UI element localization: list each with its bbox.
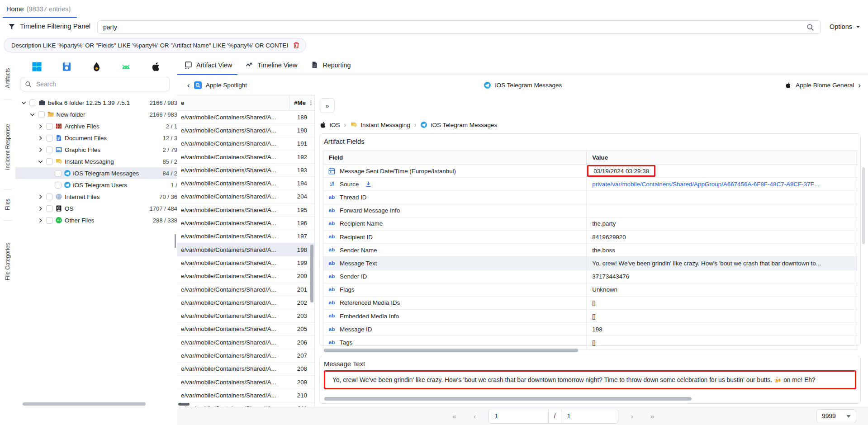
source-row[interactable]: e/var/mobile/Containers/Shared/A... 189: [177, 111, 314, 124]
search-input[interactable]: [98, 24, 800, 31]
download-icon[interactable]: [365, 181, 372, 188]
checkbox[interactable]: [46, 158, 53, 165]
message-id-column-header[interactable]: #Me: [289, 95, 314, 110]
source-row[interactable]: e/var/mobile/Containers/Shared/A... 203: [177, 309, 314, 322]
source-row[interactable]: e/var/mobile/Containers/Shared/A... 204: [177, 190, 314, 203]
tree-search-input[interactable]: [35, 80, 165, 88]
source-row[interactable]: e/var/mobile/Containers/Shared/A... 205: [177, 323, 314, 336]
field-row-sender-name[interactable]: abSender Name the.boss: [323, 244, 857, 257]
checkbox[interactable]: [46, 194, 53, 200]
tree-item-document-files[interactable]: Document Files 12 / 3: [15, 132, 177, 144]
next-page-button[interactable]: ›: [631, 413, 633, 420]
source-row[interactable]: e/var/mobile/Containers/Shared/A... 190: [177, 124, 314, 137]
field-row-message-id[interactable]: abMessage ID 198: [323, 323, 857, 336]
field-row-flags[interactable]: abFlags Unknown: [323, 283, 857, 297]
last-page-button[interactable]: »: [650, 413, 655, 420]
windows-filter-icon[interactable]: [32, 61, 42, 72]
source-row[interactable]: e/var/mobile/Containers/Shared/A... 196: [177, 217, 314, 230]
message-horizontal-scrollbar[interactable]: [324, 397, 692, 401]
source-row[interactable]: e/var/mobile/Containers/Shared/A... 209: [177, 376, 314, 389]
field-row-source[interactable]: ://Source private/var/mobile/Containers/…: [323, 178, 857, 191]
source-row[interactable]: e/var/mobile/Containers/Shared/A... 200: [177, 270, 314, 283]
tree-item-internet-files[interactable]: Internet Files 70 / 36: [15, 191, 177, 203]
fields-vertical-scrollbar[interactable]: [862, 167, 865, 244]
options-dropdown[interactable]: Options: [825, 20, 864, 33]
tree-horizontal-scrollbar[interactable]: [23, 402, 146, 406]
tree-item-belka-6-folder-12-25-1-39-7-5-1[interactable]: belka 6 folder 12.25 1.39 7.5.1 2166 / 9…: [15, 97, 177, 109]
value-column-header[interactable]: Value: [586, 151, 857, 164]
source-row[interactable]: e/var/mobile/Containers/Shared/A... 210: [177, 389, 314, 402]
breadcrumb-item-ios-telegram-messages[interactable]: iOS Telegram Messages: [420, 121, 497, 128]
previous-page-button[interactable]: ‹: [474, 413, 476, 420]
tree-item-ios-telegram-messages[interactable]: iOS Telegram Messages 84 / 2: [15, 167, 177, 179]
tree-item-other-files[interactable]: Other Files 288 / 338: [15, 214, 177, 226]
source-row[interactable]: e/var/mobile/Containers/Shared/A... 194: [177, 177, 314, 190]
source-column-header[interactable]: e: [177, 99, 289, 106]
checkbox[interactable]: [29, 99, 36, 106]
chevron-right-icon[interactable]: [37, 194, 44, 200]
source-row[interactable]: e/var/mobile/Containers/Shared/A... 208: [177, 363, 314, 376]
rail-tab-artifacts[interactable]: Artifacts: [0, 65, 15, 92]
source-row[interactable]: e/var/mobile/Containers/Shared/A... 195: [177, 203, 314, 217]
tab-reporting[interactable]: Reporting: [311, 55, 351, 75]
source-row[interactable]: e/var/mobile/Containers/Shared/A... 202: [177, 296, 314, 309]
android-filter-icon[interactable]: [121, 61, 131, 72]
tree-item-os[interactable]: OS 1707 / 484: [15, 203, 177, 214]
chevron-right-icon[interactable]: [37, 217, 44, 224]
rail-tab-incident-response[interactable]: Incident Response: [0, 109, 15, 185]
source-row[interactable]: e/var/mobile/Containers/Shared/A... 211: [177, 402, 314, 407]
checkbox[interactable]: [46, 135, 53, 142]
checkbox[interactable]: [55, 170, 62, 177]
source-row[interactable]: e/var/mobile/Containers/Shared/A... 193: [177, 164, 314, 177]
tab-timeline-view[interactable]: Timeline View: [246, 55, 297, 75]
source-path-link[interactable]: private/var/mobile/Containers/Shared/App…: [592, 181, 819, 188]
field-row-tags[interactable]: abTags []: [323, 336, 857, 349]
chevron-right-icon[interactable]: [37, 205, 44, 212]
field-row-forward-message-info[interactable]: abForward Message Info: [323, 204, 857, 217]
filter-chip[interactable]: Description LIKE '%party%' OR "Fields" L…: [4, 38, 306, 52]
field-row-sender-id[interactable]: abSender ID 37173443476: [323, 270, 857, 283]
field-row-recipient-name[interactable]: abRecipient Name the.party: [323, 217, 857, 231]
tab-artifact-view[interactable]: Artifact View: [185, 55, 232, 75]
checkbox[interactable]: [46, 123, 53, 130]
field-row-message-text[interactable]: abMessage Text Yo, crew! We've been grin…: [323, 257, 857, 270]
tab-home[interactable]: Home (98337 entries): [3, 0, 77, 18]
rail-tab-files[interactable]: Files: [0, 195, 15, 214]
source-row[interactable]: e/var/mobile/Containers/Shared/A... 191: [177, 137, 314, 151]
checkbox[interactable]: [46, 205, 53, 212]
disk-filter-icon[interactable]: [62, 61, 72, 72]
chevron-right-icon[interactable]: [37, 146, 44, 153]
tree-item-instant-messaging[interactable]: Instant Messaging 85 / 2: [15, 156, 177, 167]
search-button[interactable]: [800, 21, 821, 33]
source-row[interactable]: e/var/mobile/Containers/Shared/A... 199: [177, 256, 314, 269]
source-row[interactable]: e/var/mobile/Containers/Shared/A... 197: [177, 230, 314, 243]
breadcrumb-item-ios[interactable]: iOS: [319, 121, 340, 128]
checkbox[interactable]: [46, 146, 53, 153]
checkbox[interactable]: [38, 111, 45, 118]
source-row[interactable]: e/var/mobile/Containers/Shared/A... 192: [177, 151, 314, 164]
tree-item-new-folder[interactable]: New folder 2166 / 983: [15, 109, 177, 120]
field-row-embedded-media-info[interactable]: abEmbedded Media Info []: [323, 310, 857, 323]
tree-item-graphic-files[interactable]: Graphic Files 2 / 79: [15, 144, 177, 156]
source-row[interactable]: e/var/mobile/Containers/Shared/A... 206: [177, 336, 314, 349]
fields-horizontal-scrollbar[interactable]: [324, 349, 578, 352]
chevron-down-icon[interactable]: [20, 99, 27, 106]
source-list-horizontal-scrollbar[interactable]: [178, 403, 190, 406]
apple-filter-icon[interactable]: [151, 61, 161, 72]
chevron-down-icon[interactable]: [29, 111, 36, 118]
tree-vertical-scrollbar[interactable]: [175, 234, 176, 248]
field-row-message-sent-date-time-europe-istanbul[interactable]: Message Sent Date/Time (Europe/Istanbul)…: [323, 165, 857, 178]
chevron-right-icon[interactable]: [37, 123, 44, 130]
chevron-down-icon[interactable]: [37, 158, 44, 165]
checkbox[interactable]: [55, 182, 62, 189]
field-row-referenced-media-ids[interactable]: abReferenced Media IDs []: [323, 297, 857, 310]
linux-filter-icon[interactable]: [91, 61, 102, 72]
source-list-vertical-scrollbar[interactable]: [310, 245, 313, 302]
tree-item-ios-telegram-users[interactable]: iOS Telegram Users 1 /: [15, 179, 177, 191]
delete-filter-icon[interactable]: [293, 42, 300, 49]
first-page-button[interactable]: «: [452, 413, 456, 420]
source-row[interactable]: e/var/mobile/Containers/Shared/A... 201: [177, 283, 314, 296]
current-page-input[interactable]: [489, 409, 548, 423]
field-row-recipient-id[interactable]: abRecipient ID 8419629920: [323, 231, 857, 244]
field-column-header[interactable]: Field: [323, 154, 586, 161]
